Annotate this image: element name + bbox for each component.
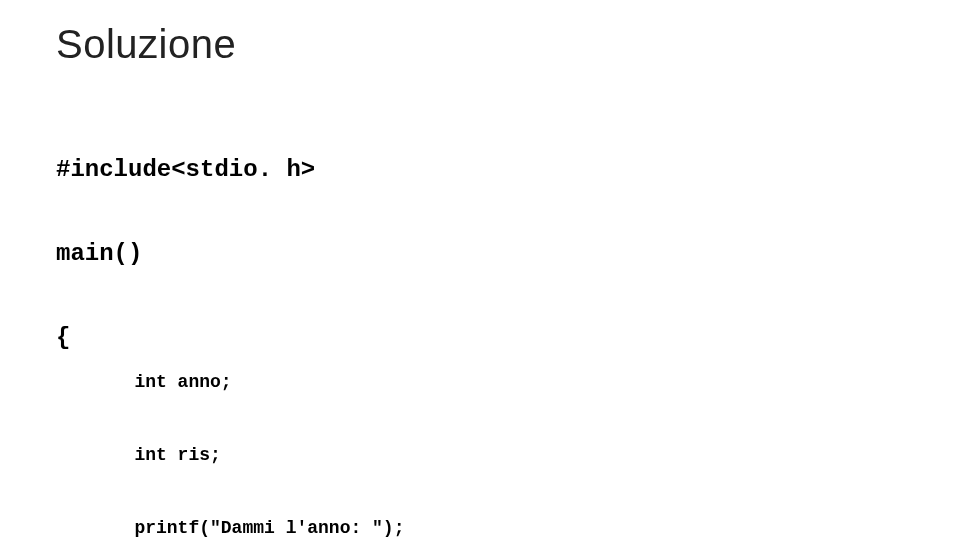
code-open-brace: { bbox=[56, 322, 70, 354]
code-line: int anno; bbox=[134, 370, 804, 394]
code-include: #include<stdio. h> bbox=[56, 154, 904, 186]
slide-title: Soluzione bbox=[56, 22, 904, 67]
code-line: int ris; bbox=[134, 443, 804, 467]
code-line: printf("Dammi l'anno: "); bbox=[134, 516, 804, 540]
code-body: int anno; int ris; printf("Dammi l'anno:… bbox=[134, 322, 804, 540]
code-block: #include<stdio. h> main() { int anno; in… bbox=[56, 103, 904, 540]
code-main: main() bbox=[56, 238, 904, 270]
